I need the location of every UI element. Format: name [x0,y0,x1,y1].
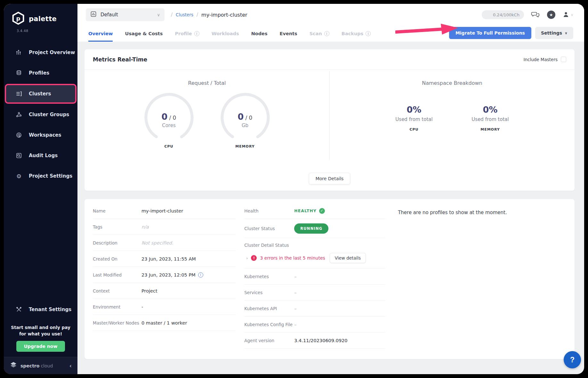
sidebar-item-label: Tenant Settings [29,307,71,312]
main-area: Default ∨ / Clusters / my-import-cluster… [77,4,584,374]
tab-scan[interactable]: Scani [310,31,329,42]
sidebar-spacer [4,186,77,299]
list-icon [15,91,22,97]
expand-chevron-icon[interactable]: › [246,256,248,261]
tab-overview[interactable]: Overview [88,31,113,42]
detail-row-created-on: Created On 23 Jun, 2023, 11:55 AM [93,251,236,267]
info-icon: i [194,31,199,36]
tab-nodes[interactable]: Nodes [251,31,268,42]
memory-gauge-label: MEMORY [217,144,273,149]
view-details-button[interactable]: View details [330,253,366,263]
tab-usage-costs[interactable]: Usage & Costs [125,31,163,42]
project-selector[interactable]: Default ∨ [86,8,165,21]
cluster-details-card: Name my-import-cluster Tags n/a Descript… [85,199,575,359]
include-masters-label: Include Masters [523,57,558,62]
tab-events[interactable]: Events [280,31,297,42]
detail-row-cluster-status: Cluster Status RUNNING [244,219,385,238]
sidebar-item-label: Project Overview [29,50,75,55]
breadcrumb-separator: / [197,12,198,18]
info-icon[interactable]: i [198,272,203,277]
usage-quota-pill: 0.24/100kCh [482,10,524,19]
chevron-down-icon: ∨ [571,13,573,17]
sidebar-item-clusters[interactable]: Clusters [4,83,77,104]
sidebar-item-audit-logs[interactable]: Audit Logs [4,145,77,166]
sidebar-item-label: Audit Logs [29,153,58,158]
spectro-cloud-logo-icon [10,362,17,370]
content-area: Metrics Real-Time Include Masters Reques… [77,42,584,374]
detail-row-health: Health HEALTHY ✓ [244,203,385,219]
breadcrumb: / Clusters / my-import-cluster [171,12,247,18]
tab-backups[interactable]: Backupsi [342,31,371,42]
detail-row-kubernetes-config-file: Kubernetes Config File – [244,317,385,333]
footer-brand: spectrocloud [20,363,53,368]
detail-row-context: Context Project [93,283,236,299]
details-middle-column: Health HEALTHY ✓ Cluster Status RUNNING … [244,203,393,351]
sidebar-item-tenant-settings[interactable]: Tenant Settings [4,299,77,320]
detail-row-environment: Environment - [93,299,236,315]
chevron-down-icon: ∨ [565,31,568,35]
detail-row-kubernetes: Kubernetes – [244,269,385,285]
include-masters-checkbox[interactable] [561,57,566,62]
help-button[interactable]: ? [564,351,581,368]
audit-search-icon [15,152,22,159]
tab-workloads[interactable]: Workloads [212,31,239,42]
memory-request-value: 0 [238,112,244,122]
namespace-memory-stat: 0% Used from total MEMORY [462,105,519,132]
star-icon[interactable]: ★ [547,11,555,19]
tab-profile[interactable]: Profilei [175,31,199,42]
memory-gauge: 0 / 0 Gb MEMORY [217,92,273,149]
sidebar-item-label: Profiles [29,70,49,76]
migrate-to-full-permissions-button[interactable]: Migrate To Full Permissions [449,27,531,39]
error-message: 3 errors in the last 5 minutes [260,255,325,261]
sidebar-item-project-settings[interactable]: ⚙ Project Settings [4,166,77,186]
info-icon: i [324,31,329,36]
page-header: Default ∨ / Clusters / my-import-cluster… [77,4,584,42]
collapse-sidebar-icon[interactable]: ‹ [69,362,72,369]
user-menu[interactable]: ∨ [562,11,573,18]
upgrade-promo: Start small and only pay for what you us… [4,320,77,357]
project-chart-icon [90,11,97,19]
more-details-button[interactable]: More Details [309,173,350,184]
chat-icon[interactable] [531,11,540,19]
cpu-gauge: 0 / 0 Cores CPU [141,92,197,149]
brand-name: palette [29,15,57,23]
promo-line-2: for what you use! [7,331,74,337]
sidebar-item-project-overview[interactable]: Project Overview [4,42,77,63]
cpu-unit: Cores [141,123,197,128]
detail-row-services: Services – [244,285,385,301]
namespace-cpu-stat: 0% Used from total CPU [386,105,442,132]
include-masters-control: Include Masters [523,57,566,62]
running-status-badge: RUNNING [294,223,328,234]
sidebar-item-cluster-groups[interactable]: Cluster Groups [4,104,77,125]
detail-row-last-modified: Last Modified 23 Jun, 2023, 12:05 PMi [93,267,236,283]
cluster-tabs: Overview Usage & Costs Profilei Workload… [86,31,371,42]
namespace-cpu-caption: Used from total [386,117,442,122]
upgrade-now-button[interactable]: Upgrade now [16,341,65,352]
detail-row-name: Name my-import-cluster [93,203,236,219]
sidebar-item-profiles[interactable]: Profiles [4,63,77,83]
footer-brand-spectro: spectro [20,363,39,368]
sidebar-item-workspaces[interactable]: Workspaces [4,125,77,145]
namespace-cpu-value: 0% [386,105,442,115]
memory-unit: Gb [217,123,273,128]
detail-row-kubernetes-api: Kubernetes API – [244,301,385,317]
error-icon: ! [251,255,257,261]
settings-button[interactable]: Settings ∨ [535,27,573,39]
clusters-highlight-box: Clusters [5,84,77,104]
request-total-title: Request / Total [188,80,226,86]
detail-row-tags: Tags n/a [93,219,236,235]
details-profiles-column: There are no profiles to show at the mom… [393,203,566,351]
namespace-memory-label: MEMORY [462,127,519,132]
app-window: p palette 3.4.48 Project Overview Profil… [4,4,584,374]
sidebar-item-label: Project Settings [29,173,72,179]
sidebar-item-label: Clusters [29,91,51,97]
app-version: 3.4.48 [17,29,77,33]
project-selector-value: Default [101,12,118,18]
cpu-gauge-label: CPU [141,144,197,149]
bar-chart-icon [15,49,22,56]
details-left-column: Name my-import-cluster Tags n/a Descript… [93,203,244,351]
breadcrumb-clusters-link[interactable]: Clusters [176,12,193,17]
chevron-down-icon: ∨ [157,12,160,17]
no-profiles-message: There are no profiles to show at the mom… [398,210,507,215]
palette-logo-icon: p [12,12,25,26]
